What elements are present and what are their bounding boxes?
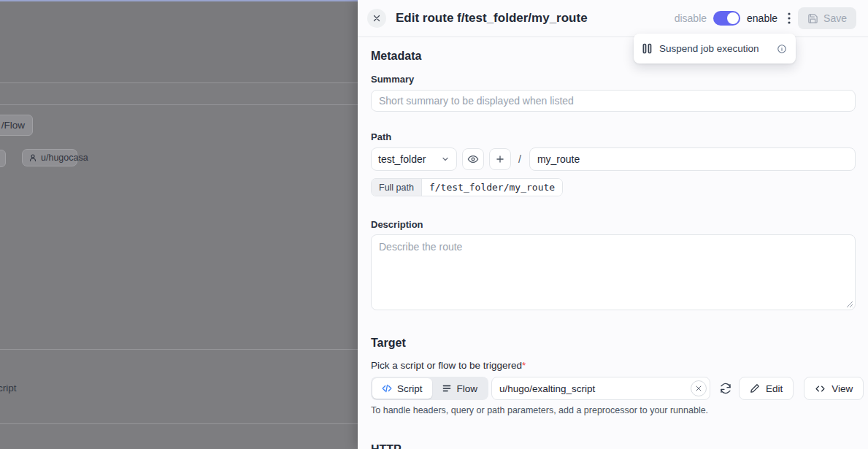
drawer-title: Edit route f/test_folder/my_route xyxy=(396,11,588,26)
route-name-input[interactable] xyxy=(529,147,856,171)
flow-toggle-label: /Flow xyxy=(1,120,25,131)
header-dropdown-menu: Suspend job execution xyxy=(634,34,796,64)
view-button[interactable]: View xyxy=(804,377,864,400)
refresh-icon xyxy=(720,383,731,394)
toggle-knob xyxy=(727,12,739,24)
description-wrap xyxy=(371,234,856,310)
path-row: test_folder / xyxy=(371,147,856,171)
picker-label: Pick a script or flow to be triggered* xyxy=(371,360,856,371)
edit-button[interactable]: Edit xyxy=(739,377,794,400)
divider xyxy=(0,423,358,424)
kebab-icon xyxy=(788,12,791,24)
path-label: Path xyxy=(371,131,856,142)
plus-icon xyxy=(495,154,505,164)
edit-label: Edit xyxy=(766,383,783,394)
list-icon xyxy=(442,383,452,394)
target-row: Script Flow xyxy=(371,377,856,400)
runnable-picker xyxy=(491,377,710,400)
folder-select-value: test_folder xyxy=(378,153,426,165)
chevron-down-icon xyxy=(441,155,450,164)
runnable-input[interactable] xyxy=(491,377,710,400)
path-separator: / xyxy=(518,153,521,165)
full-path-display: Full path f/test_folder/my_route xyxy=(371,178,563,196)
divider xyxy=(0,82,358,83)
background-user-badge: u/hugocasa xyxy=(22,149,77,166)
summary-input[interactable] xyxy=(371,90,856,112)
folder-select[interactable]: test_folder xyxy=(371,147,457,171)
overlay-dimmed-page: /Flow u/hugocasa cript xyxy=(0,0,358,449)
code-brackets-icon xyxy=(815,384,826,394)
enable-label: enable xyxy=(747,12,777,24)
tab-script-label: Script xyxy=(397,383,423,394)
required-marker: * xyxy=(522,360,526,371)
description-textarea[interactable] xyxy=(371,234,856,310)
http-heading: HTTP xyxy=(371,443,856,449)
tab-flow-label: Flow xyxy=(457,383,478,394)
disable-label: disable xyxy=(675,12,707,24)
code-icon xyxy=(382,383,392,394)
close-icon xyxy=(372,14,381,23)
more-options-button[interactable] xyxy=(788,12,791,24)
add-folder-button[interactable] xyxy=(489,148,511,170)
pause-icon xyxy=(642,43,652,54)
description-label: Description xyxy=(371,219,856,230)
enable-toggle[interactable] xyxy=(713,11,740,26)
refresh-button[interactable] xyxy=(720,383,731,394)
dimmed-top-band xyxy=(0,0,358,82)
clear-runnable-button[interactable] xyxy=(691,380,707,396)
person-icon xyxy=(28,153,37,162)
screen: /Flow u/hugocasa cript Edit route f/test… xyxy=(0,0,868,449)
pencil-icon xyxy=(750,383,760,394)
save-label: Save xyxy=(823,12,847,24)
view-folder-button[interactable] xyxy=(462,148,484,170)
edit-route-drawer: Edit route f/test_folder/my_route disabl… xyxy=(358,0,868,449)
target-heading: Target xyxy=(371,337,856,350)
header-actions: disable enable Save xyxy=(675,7,856,29)
preprocessor-helper-text: To handle headers, query or path paramet… xyxy=(371,405,856,415)
divider xyxy=(0,349,358,350)
background-text-fragment: cript xyxy=(0,383,17,394)
save-icon xyxy=(807,13,818,24)
script-flow-toggle: Script Flow xyxy=(371,377,488,400)
view-label: View xyxy=(831,383,853,394)
background-flow-toggle: /Flow xyxy=(0,115,33,136)
save-button[interactable]: Save xyxy=(798,7,856,29)
full-path-value: f/test_folder/my_route xyxy=(422,179,562,196)
info-icon[interactable] xyxy=(777,44,787,54)
divider xyxy=(0,104,358,105)
tab-script[interactable]: Script xyxy=(372,378,432,399)
drawer-header: Edit route f/test_folder/my_route disabl… xyxy=(358,0,868,37)
top-progress-strip xyxy=(0,0,358,1)
close-button[interactable] xyxy=(367,9,386,28)
picker-label-text: Pick a script or flow to be triggered xyxy=(371,360,522,371)
clear-icon xyxy=(695,385,702,392)
user-badge-label: u/hugocasa xyxy=(41,153,88,163)
background-cropped-control xyxy=(0,150,6,167)
drawer-content: Metadata Summary Path test_folder / xyxy=(358,50,868,449)
eye-icon xyxy=(467,153,479,165)
menu-item-suspend[interactable]: Suspend job execution xyxy=(659,43,759,54)
full-path-tag: Full path xyxy=(372,179,422,196)
summary-label: Summary xyxy=(371,74,856,85)
tab-flow[interactable]: Flow xyxy=(432,378,488,399)
